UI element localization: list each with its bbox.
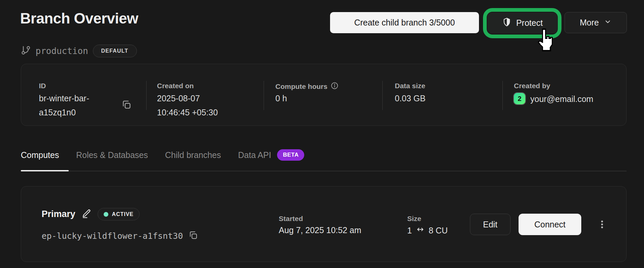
created-by-label: Created by: [514, 82, 550, 90]
divider: [146, 81, 147, 110]
divider: [264, 81, 264, 110]
divider: [502, 81, 503, 110]
shield-icon: [502, 17, 512, 29]
chevron-down-icon: [604, 18, 611, 28]
tab-data-api[interactable]: Data API BETA: [238, 149, 305, 161]
id-value-line1: br-winter-bar-: [39, 94, 89, 103]
data-size-label: Data size: [395, 82, 425, 90]
started-label: Started: [279, 215, 303, 223]
branch-info-card: ID br-winter-bar- a15zq1n0 Created on 20…: [21, 64, 627, 126]
compute-name: Primary: [42, 209, 75, 219]
kebab-menu-icon[interactable]: [591, 214, 613, 235]
edit-compute-button[interactable]: Edit: [470, 214, 511, 235]
copy-id-icon[interactable]: [121, 99, 132, 111]
more-button[interactable]: More: [565, 12, 627, 33]
data-size-value: 0.03 GB: [395, 94, 426, 103]
create-child-branch-button[interactable]: Create child branch 3/5000: [330, 12, 479, 33]
active-dot-icon: [104, 212, 108, 217]
info-icon[interactable]: [331, 82, 338, 91]
id-value-line2: a15zq1n0: [39, 108, 76, 117]
compute-card: Primary ACTIVE ep-lucky-wildflower-a1fsn…: [21, 186, 627, 262]
branch-overview-page: Branch Overview production DEFAULT Creat…: [0, 0, 644, 268]
created-by-email: your@email.com: [530, 94, 593, 104]
edit-name-pencil-icon[interactable]: [82, 209, 92, 220]
id-label: ID: [39, 82, 46, 90]
compute-hours-value: 0 h: [275, 94, 287, 103]
connect-button[interactable]: Connect: [519, 214, 581, 235]
status-badge: ACTIVE: [98, 208, 140, 220]
created-on-time: 10:46:45 +05:30: [157, 108, 218, 117]
tab-roles-databases[interactable]: Roles & Databases: [76, 150, 148, 160]
tabs-divider-line: [21, 171, 627, 171]
compute-name-row: Primary ACTIVE: [42, 208, 140, 220]
autoscale-arrow-icon: [415, 225, 425, 235]
created-on-label: Created on: [157, 82, 194, 90]
beta-badge: BETA: [277, 149, 304, 161]
created-on-date: 2025-08-07: [157, 94, 200, 103]
tab-child-branches[interactable]: Child branches: [165, 150, 221, 160]
avatar: 2: [513, 92, 526, 105]
protect-button-label: Protect: [516, 18, 543, 28]
branch-tabs: Computes Roles & Databases Child branche…: [21, 149, 304, 161]
started-value: Aug 7, 2025 10:52 am: [279, 225, 361, 235]
size-label: Size: [407, 215, 421, 223]
compute-hours-label: Compute hours: [275, 82, 338, 91]
copy-endpoint-icon[interactable]: [188, 230, 198, 242]
active-tab-underline: [21, 170, 69, 171]
divider: [382, 81, 383, 110]
page-title: Branch Overview: [20, 10, 138, 27]
git-branch-icon: [21, 45, 31, 57]
tab-computes[interactable]: Computes: [21, 150, 59, 160]
more-button-label: More: [580, 18, 599, 28]
branch-name: production: [36, 46, 88, 56]
mouse-cursor-pointer: [535, 28, 555, 52]
size-value: 1 8 CU: [407, 225, 448, 235]
endpoint-row: ep-lucky-wildflower-a1fsnt30: [42, 230, 198, 242]
default-badge: DEFAULT: [93, 45, 137, 57]
breadcrumb: production DEFAULT: [21, 45, 137, 57]
endpoint-id: ep-lucky-wildflower-a1fsnt30: [42, 231, 183, 241]
